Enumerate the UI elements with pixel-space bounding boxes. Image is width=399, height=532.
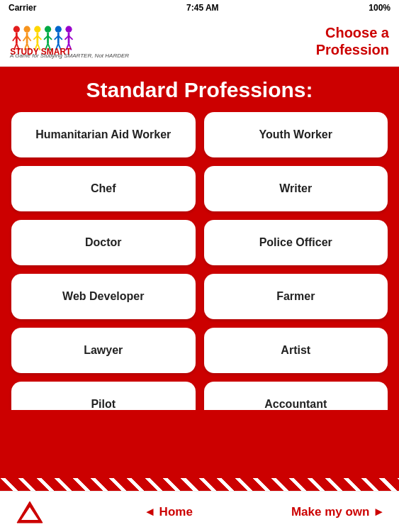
zigzag-bottom	[0, 478, 399, 491]
section-title: Standard Professions:	[0, 67, 399, 112]
logo-area: STUDY SMART A Game for Studying SMARTER,…	[10, 23, 129, 59]
make-own-button[interactable]: Make my own ►	[291, 505, 385, 519]
profession-btn-accountant[interactable]: Accountant	[204, 382, 388, 410]
profession-btn-pilot[interactable]: Pilot	[11, 382, 196, 410]
profession-btn-chef[interactable]: Chef	[11, 166, 196, 211]
profession-btn-farmer[interactable]: Farmer	[204, 274, 388, 319]
time-label: 7:45 AM	[186, 3, 219, 13]
profession-btn-writer[interactable]: Writer	[204, 166, 388, 211]
profession-btn-lawyer[interactable]: Lawyer	[11, 328, 196, 373]
svg-point-0	[13, 26, 20, 33]
profession-btn-doctor[interactable]: Doctor	[11, 220, 196, 265]
main-content: Standard Professions: Humanitarian Aid W…	[0, 67, 399, 491]
svg-point-24	[55, 26, 62, 33]
profession-btn-youth-worker[interactable]: Youth Worker	[204, 112, 388, 157]
status-bar: Carrier 7:45 AM 100%	[0, 0, 399, 16]
professions-grid: Humanitarian Aid Worker Youth Worker Che…	[0, 112, 399, 410]
profession-btn-artist[interactable]: Artist	[204, 328, 388, 373]
battery-label: 100%	[369, 3, 390, 13]
header: STUDY SMART A Game for Studying SMARTER,…	[0, 16, 399, 67]
carrier-label: Carrier	[9, 3, 36, 13]
footer-logo-icon	[14, 499, 45, 526]
svg-point-6	[24, 26, 30, 33]
svg-point-30	[65, 26, 72, 33]
profession-btn-humanitarian-aid-worker[interactable]: Humanitarian Aid Worker	[11, 112, 196, 157]
footer: ◄ Home Make my own ►	[0, 491, 399, 532]
page: Carrier 7:45 AM 100%	[0, 0, 399, 532]
logo-sub: A Game for Studying SMARTER, Not HARDER	[10, 52, 129, 59]
svg-point-12	[34, 26, 40, 33]
profession-btn-police-officer[interactable]: Police Officer	[204, 220, 388, 265]
header-title: Choose aProfession	[316, 24, 389, 58]
home-button[interactable]: ◄ Home	[144, 505, 193, 519]
profession-btn-web-developer[interactable]: Web Developer	[11, 274, 196, 319]
svg-point-18	[45, 26, 51, 33]
logo-icon: STUDY SMART	[10, 23, 95, 55]
